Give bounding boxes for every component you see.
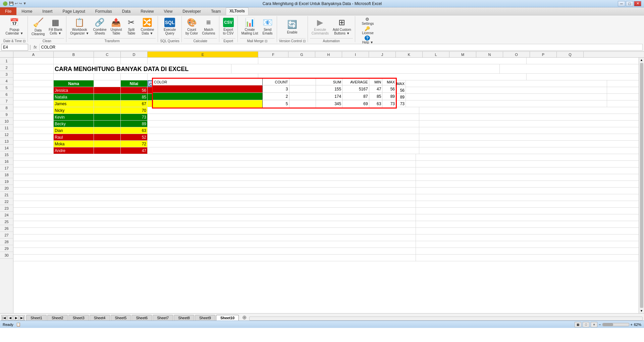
col-header-c[interactable]: C xyxy=(94,52,121,57)
col-header-n[interactable]: N xyxy=(476,52,503,57)
cell-d6[interactable]: 85 xyxy=(121,94,148,100)
cell-b12[interactable]: Raul xyxy=(54,134,94,140)
add-custom-buttons-button[interactable]: ⊞ Add CustomButtons ▼ xyxy=(331,17,353,36)
col-header-e[interactable]: E xyxy=(148,52,258,57)
fill-blank-cells-button[interactable]: ▦ Fill BlankCells ▼ xyxy=(47,17,64,36)
cell-rest13[interactable] xyxy=(148,141,419,147)
workbook-organizer-button[interactable]: 📋 WorkbookOrganizer ▼ xyxy=(68,17,91,36)
cell-row23[interactable] xyxy=(13,208,416,214)
cell-row20[interactable] xyxy=(13,188,416,194)
cell-b6[interactable]: Natalia xyxy=(54,94,94,100)
tab-formulas[interactable]: Formulas xyxy=(90,7,117,15)
sheet-tab-1[interactable]: Sheet1 xyxy=(26,315,47,321)
page-break-view-button[interactable]: ≡ xyxy=(591,322,597,327)
cell-d9[interactable]: 73 xyxy=(121,114,148,120)
cell-l5[interactable] xyxy=(406,87,607,93)
cell-a4[interactable] xyxy=(13,80,54,87)
cell-c14[interactable] xyxy=(94,147,121,154)
create-mailing-list-button[interactable]: 📊 CreateMailing List xyxy=(240,17,260,36)
count-by-color-button[interactable]: 🎨 Countby Color xyxy=(184,17,200,36)
scroll-down-button[interactable]: ▼ xyxy=(639,309,644,313)
cell-b2-heading[interactable]: CARA MENGHITUNG BANYAK DATA DI EXCEL xyxy=(54,64,231,73)
settings-button[interactable]: ⚙ Settings xyxy=(357,17,377,25)
cell-a3[interactable] xyxy=(13,74,54,80)
col-header-j[interactable]: J xyxy=(369,52,396,57)
cell-row19[interactable] xyxy=(13,181,416,187)
cell-rest14[interactable] xyxy=(148,147,419,154)
cell-c5[interactable] xyxy=(94,87,121,93)
cell-a7[interactable] xyxy=(13,100,54,107)
tab-page-layout[interactable]: Page Layout xyxy=(57,7,90,15)
export-csv-button[interactable]: CSV Exportto CSV xyxy=(221,17,235,36)
tab-home[interactable]: Home xyxy=(16,7,37,15)
sheet-nav-next[interactable]: ▶ xyxy=(13,315,19,321)
cell-c10[interactable] xyxy=(94,121,121,127)
cell-b5[interactable]: Jessica xyxy=(54,87,94,93)
tab-review[interactable]: Review xyxy=(136,7,159,15)
send-emails-button[interactable]: 📧 SendEmails xyxy=(261,17,275,36)
cell-d8[interactable]: 70 xyxy=(121,107,148,114)
close-button[interactable]: ✕ xyxy=(634,1,641,6)
vertical-scrollbar[interactable]: ▲ ▼ xyxy=(639,58,644,313)
cell-c7[interactable] xyxy=(94,100,121,107)
cell-d5[interactable]: 56 xyxy=(121,87,148,93)
cell-a10[interactable] xyxy=(13,121,54,127)
cell-row17[interactable] xyxy=(13,167,416,174)
col-header-l[interactable]: L xyxy=(423,52,449,57)
cell-row21[interactable] xyxy=(13,194,416,201)
cell-b11[interactable]: Dian xyxy=(54,127,94,134)
sheet-nav-last[interactable]: ▶| xyxy=(19,315,25,321)
page-layout-view-button[interactable]: □ xyxy=(583,322,589,327)
cell-row30[interactable] xyxy=(13,255,416,261)
cell-b3[interactable] xyxy=(54,74,94,80)
tab-file[interactable]: File xyxy=(0,7,16,15)
col-header-g[interactable]: G xyxy=(288,52,315,57)
cell-d12[interactable]: 52 xyxy=(121,134,148,140)
normal-view-button[interactable]: ▦ xyxy=(575,322,581,327)
name-box[interactable] xyxy=(1,44,28,51)
col-header-o[interactable]: O xyxy=(503,52,530,57)
cell-a2[interactable] xyxy=(13,64,54,73)
cell-c13[interactable] xyxy=(94,141,121,147)
cell-d10[interactable]: 89 xyxy=(121,121,148,127)
popup-calendar-button[interactable]: 📅 PopupCalendar ▼ xyxy=(4,17,25,36)
formula-input[interactable] xyxy=(40,44,643,51)
scroll-up-button[interactable]: ▲ xyxy=(639,58,644,62)
cell-a6[interactable] xyxy=(13,94,54,100)
cell-a13[interactable] xyxy=(13,141,54,147)
cell-c6[interactable] xyxy=(94,94,121,100)
sheet-nav-first[interactable]: |◀ xyxy=(1,315,7,321)
sheet-tab-8[interactable]: Sheet8 xyxy=(174,315,194,321)
col-header-i[interactable]: I xyxy=(342,52,369,57)
cell-row29[interactable] xyxy=(13,248,416,254)
zoom-plus-icon[interactable]: + xyxy=(631,323,633,327)
cell-e1[interactable] xyxy=(148,58,258,64)
maximize-button[interactable]: □ xyxy=(626,1,633,6)
combine-data-button[interactable]: 🔀 CombineData ▼ xyxy=(139,17,156,36)
cell-b7[interactable]: James xyxy=(54,100,94,107)
cell-row15[interactable] xyxy=(13,154,416,160)
add-sheet-button[interactable]: ⊕ xyxy=(241,314,248,321)
cell-b4-nama[interactable]: Nama xyxy=(54,80,94,87)
cell-row28[interactable] xyxy=(13,241,416,248)
execute-commands-button[interactable]: ▶ ExecuteCommands xyxy=(310,17,330,36)
zoom-minus-icon[interactable]: − xyxy=(599,323,601,327)
sheet-tab-3[interactable]: Sheet3 xyxy=(68,315,89,321)
cell-d11[interactable]: 63 xyxy=(121,127,148,134)
cell-row24[interactable] xyxy=(13,214,416,221)
cell-f2[interactable] xyxy=(231,64,500,73)
sheet-tab-10[interactable]: Sheet10 xyxy=(216,315,239,321)
cell-row16[interactable] xyxy=(13,161,416,167)
horizontal-scrollbar[interactable] xyxy=(249,317,643,321)
license-button[interactable]: 🔑 License xyxy=(357,26,377,35)
cell-a5[interactable] xyxy=(13,87,54,93)
minimize-button[interactable]: ─ xyxy=(618,1,625,6)
cell-c1[interactable] xyxy=(94,58,121,64)
sheet-tab-7[interactable]: Sheet7 xyxy=(153,315,173,321)
cell-row27[interactable] xyxy=(13,234,416,241)
cell-c11[interactable] xyxy=(94,127,121,134)
zoom-slider[interactable] xyxy=(602,323,629,326)
cell-l4[interactable] xyxy=(406,80,607,87)
cell-l6[interactable] xyxy=(406,94,607,100)
combine-sheets-button[interactable]: 🔗 CombineSheets xyxy=(91,17,108,36)
